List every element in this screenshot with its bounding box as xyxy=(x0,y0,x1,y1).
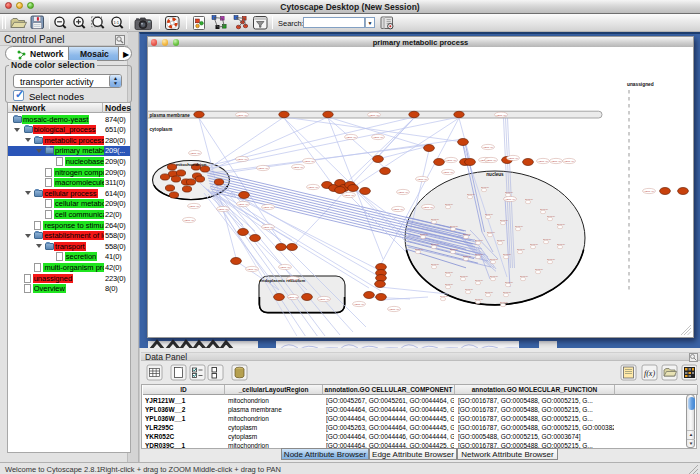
svg-text:YBR1 (p): YBR1 (p) xyxy=(446,159,456,162)
svg-text:Sxx1(p): Sxx1(p) xyxy=(500,301,508,303)
svg-text:cytoplasm: cytoplasm xyxy=(150,127,173,132)
svg-text:YBR1 (p): YBR1 (p) xyxy=(393,208,403,211)
svg-text:Sxx1(p): Sxx1(p) xyxy=(463,255,471,257)
svg-text:Sxx1(p): Sxx1(p) xyxy=(445,271,453,273)
svg-text:Sxx1(p): Sxx1(p) xyxy=(463,233,471,235)
svg-text:YBR1 (p): YBR1 (p) xyxy=(354,303,364,306)
svg-text:Sxx1(p): Sxx1(p) xyxy=(547,215,555,217)
svg-text:Sxx1(p): Sxx1(p) xyxy=(475,253,483,255)
svg-text:unassigned: unassigned xyxy=(627,82,654,87)
svg-text:Sxx1(p): Sxx1(p) xyxy=(487,231,495,233)
svg-text:YBR1 (p): YBR1 (p) xyxy=(184,219,194,222)
svg-text:YBR1 (p): YBR1 (p) xyxy=(280,266,290,269)
svg-text:YBR1 (p): YBR1 (p) xyxy=(538,160,548,163)
svg-text:Sxx1(p): Sxx1(p) xyxy=(475,298,483,300)
svg-text:YBR1 (p): YBR1 (p) xyxy=(237,158,247,161)
svg-text:YBR1 (p): YBR1 (p) xyxy=(551,160,561,163)
svg-text:YBR1 (p): YBR1 (p) xyxy=(505,198,515,201)
svg-text:f(x): f(x) xyxy=(644,369,655,378)
svg-text:Sxx1(p): Sxx1(p) xyxy=(481,186,489,188)
svg-text:YBR1 (p): YBR1 (p) xyxy=(304,160,314,163)
svg-text:YBR1 (p): YBR1 (p) xyxy=(263,206,273,209)
svg-text:endoplasmic reticulum: endoplasmic reticulum xyxy=(260,278,306,283)
svg-text:YBR1 (p): YBR1 (p) xyxy=(293,166,303,169)
svg-text:YBR1 (p): YBR1 (p) xyxy=(398,191,408,194)
svg-text:Sxx1(p): Sxx1(p) xyxy=(557,243,565,245)
svg-text:YBR1 (p): YBR1 (p) xyxy=(644,190,654,193)
svg-text:YBR1 (p): YBR1 (p) xyxy=(319,298,329,301)
svg-text:Sxx1(p): Sxx1(p) xyxy=(450,225,458,227)
svg-text:Sxx1(p): Sxx1(p) xyxy=(490,275,498,277)
svg-text:Sxx1(p): Sxx1(p) xyxy=(503,253,511,255)
svg-text:YBR1 (p): YBR1 (p) xyxy=(344,194,354,197)
svg-text:YBR1 (p): YBR1 (p) xyxy=(483,146,493,149)
svg-text:Sxx1(p): Sxx1(p) xyxy=(440,295,448,297)
svg-text:Sxx1(p): Sxx1(p) xyxy=(500,219,508,221)
svg-text:YBR1 (p): YBR1 (p) xyxy=(346,136,356,139)
svg-text:YBR1 (p): YBR1 (p) xyxy=(288,296,298,299)
svg-text:YBR1 (p): YBR1 (p) xyxy=(238,203,248,206)
svg-text:Sxx1(p): Sxx1(p) xyxy=(505,191,513,193)
svg-text:YBR1 (p): YBR1 (p) xyxy=(443,171,453,174)
svg-text:Sxx1(p): Sxx1(p) xyxy=(543,238,551,240)
svg-text:YBR1 (p): YBR1 (p) xyxy=(369,114,379,117)
svg-text:Sxx1(p): Sxx1(p) xyxy=(490,258,498,260)
svg-text:Sxx1(p): Sxx1(p) xyxy=(475,239,483,241)
svg-text:Sxx1(p): Sxx1(p) xyxy=(530,243,538,245)
svg-text:Sxx1(p): Sxx1(p) xyxy=(517,248,525,250)
svg-text:Sxx1(p): Sxx1(p) xyxy=(475,279,483,281)
svg-text:YBR1 (p): YBR1 (p) xyxy=(190,152,200,155)
svg-text:YBR1 (p): YBR1 (p) xyxy=(486,159,496,162)
svg-text:nucleus: nucleus xyxy=(486,172,504,177)
svg-text:Sxx1(p): Sxx1(p) xyxy=(547,258,555,260)
svg-text:1:1: 1:1 xyxy=(113,20,119,25)
svg-text:Sxx1(p): Sxx1(p) xyxy=(520,275,528,277)
svg-text:Sxx1(p): Sxx1(p) xyxy=(445,283,453,285)
svg-text:Sxx1(p): Sxx1(p) xyxy=(431,243,439,245)
svg-text:YBR1 (p): YBR1 (p) xyxy=(263,226,273,229)
svg-text:Sxx1(p): Sxx1(p) xyxy=(465,288,473,290)
svg-text:Sxx1(p): Sxx1(p) xyxy=(415,248,423,250)
svg-text:Sxx1(p): Sxx1(p) xyxy=(505,281,513,283)
svg-text:Sxx1(p): Sxx1(p) xyxy=(503,291,511,293)
svg-text:YBR1 (p): YBR1 (p) xyxy=(423,206,433,209)
svg-text:Sxx1(p): Sxx1(p) xyxy=(467,193,475,195)
svg-text:mitochondrion: mitochondrion xyxy=(176,162,207,167)
svg-text:YBR1 (p): YBR1 (p) xyxy=(258,167,268,170)
svg-text:Sxx1(p): Sxx1(p) xyxy=(420,233,428,235)
svg-text:Sxx1(p): Sxx1(p) xyxy=(431,263,439,265)
svg-text:Sxx1(p): Sxx1(p) xyxy=(450,248,458,250)
svg-text:YBR1 (p): YBR1 (p) xyxy=(189,205,199,208)
svg-text:Sxx1(p): Sxx1(p) xyxy=(535,268,543,270)
svg-text:Sxx1(p): Sxx1(p) xyxy=(525,198,533,200)
svg-text:YBR1 (p): YBR1 (p) xyxy=(373,136,383,139)
svg-text:YBR1 (p): YBR1 (p) xyxy=(237,114,247,117)
svg-text:Sxx1(p): Sxx1(p) xyxy=(497,239,505,241)
svg-text:Sxx1(p): Sxx1(p) xyxy=(515,225,523,227)
svg-text:Sxx1(p): Sxx1(p) xyxy=(557,223,565,225)
svg-text:Sxx1(p): Sxx1(p) xyxy=(540,208,548,210)
svg-text:Sxx1(p): Sxx1(p) xyxy=(460,275,468,277)
svg-text:Sxx1(p): Sxx1(p) xyxy=(431,218,439,220)
svg-text:YBR1 (p): YBR1 (p) xyxy=(417,178,427,181)
svg-text:YBR1 (p): YBR1 (p) xyxy=(218,208,228,211)
svg-text:Sxx1(p): Sxx1(p) xyxy=(485,291,493,293)
svg-text:YBR1 (p): YBR1 (p) xyxy=(564,160,574,163)
svg-text:plasma membrane: plasma membrane xyxy=(150,113,191,118)
svg-text:YBR1 (p): YBR1 (p) xyxy=(496,114,506,117)
svg-text:YBR1 (p): YBR1 (p) xyxy=(508,157,518,160)
svg-text:YBR1 (p): YBR1 (p) xyxy=(308,186,318,189)
svg-text:YBR1 (p): YBR1 (p) xyxy=(389,308,399,311)
svg-text:Sxx1(p): Sxx1(p) xyxy=(445,203,453,205)
svg-text:YBR1 (p): YBR1 (p) xyxy=(247,268,257,271)
svg-text:Sxx1(p): Sxx1(p) xyxy=(485,213,493,215)
